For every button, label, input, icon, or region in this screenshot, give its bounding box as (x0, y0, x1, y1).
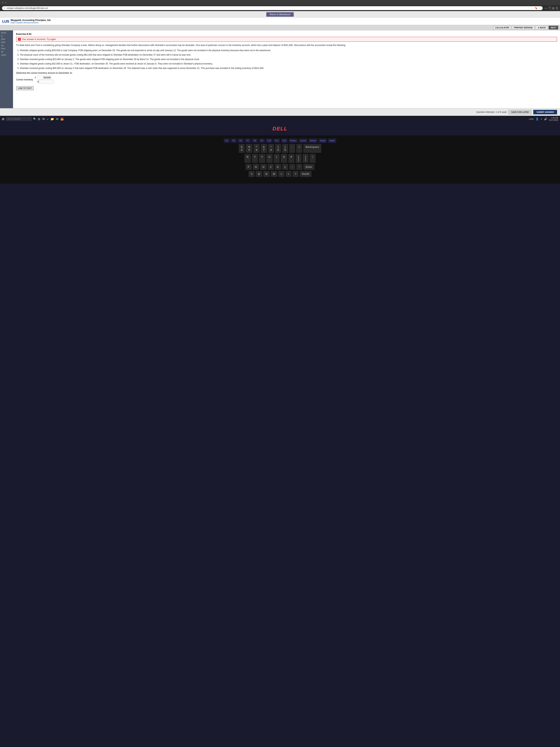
link-to-text-btn[interactable]: LINK TO TEXT (16, 86, 34, 90)
taskbar-links[interactable]: Links (529, 118, 534, 120)
taskbar-caret-icon[interactable]: ∧ (540, 118, 542, 120)
new-tab-btn[interactable]: + (5, 1, 6, 4)
maximize-btn[interactable]: ❐ (548, 6, 551, 10)
submit-answer-btn[interactable]: SUBMIT ANSWER (533, 110, 557, 114)
key-enter[interactable]: Enter (303, 164, 315, 170)
key-f4[interactable]: F4 (224, 138, 230, 143)
dollar-input[interactable] (39, 80, 54, 83)
taskbar-icon-store[interactable]: 🛍 (42, 117, 45, 121)
inventory-input[interactable] (37, 76, 52, 79)
help-link[interactable]: Help (10, 22, 15, 24)
exercise-title: Exercise 6-01 (16, 33, 557, 35)
key-b[interactable]: B (256, 171, 262, 177)
key-slash[interactable]: ? (293, 171, 299, 177)
key-backspace[interactable]: Backspace (303, 144, 321, 153)
key-bracket-open[interactable]: {[ (296, 154, 301, 163)
bookmark-icon[interactable]: 🔖 (535, 7, 538, 9)
sidebar-item-part2[interactable]: (Part (1, 41, 12, 43)
key-insert[interactable]: Insert (299, 138, 308, 143)
search-icon[interactable]: 🔍 (33, 118, 36, 121)
key-o[interactable]: O (281, 154, 287, 163)
key-f[interactable]: F (245, 164, 252, 170)
key-j[interactable]: J (268, 164, 274, 170)
key-8[interactable]: *8 (268, 144, 274, 153)
key-f7[interactable]: F7 (245, 138, 251, 143)
menu-icon[interactable]: ☰ (556, 6, 558, 10)
key-pgup[interactable]: PgUp (319, 138, 327, 143)
star-icon[interactable]: ☆ (539, 7, 541, 9)
keyboard-area: F4 F5 F6 F7 F8 F9 F10 F11 F12 PrtScr Ins… (0, 135, 560, 184)
windows-icon[interactable]: ⊞ (2, 117, 4, 121)
dell-area: DELL (0, 122, 560, 135)
printer-btn[interactable]: PRINTER VERSION (512, 26, 535, 29)
address-bar-dots[interactable]: ··· (532, 7, 534, 9)
taskbar-person-icon[interactable]: 👤 (536, 118, 539, 121)
key-v[interactable]: V (248, 171, 255, 177)
key-prtscr[interactable]: PrtScr (289, 138, 298, 143)
key-5[interactable]: %5 (246, 144, 252, 153)
sidebar-item-part1[interactable]: (Part (1, 38, 12, 40)
taskbar-icon-mail[interactable]: ✉ (56, 117, 58, 121)
key-0[interactable]: )0 (282, 144, 288, 153)
key-9[interactable]: (9 (275, 144, 281, 153)
key-k[interactable]: K (275, 164, 281, 170)
sidebar-item-part3[interactable]: (Part (1, 48, 12, 50)
taskbar-sound-icon[interactable]: 🔊 (544, 118, 547, 121)
key-comma[interactable]: < (278, 171, 284, 177)
taskbar-icon-firefox[interactable]: 🦊 (60, 117, 64, 121)
key-delete[interactable]: Delete (309, 138, 318, 143)
key-semicolon[interactable]: : (289, 164, 295, 170)
key-quote[interactable]: " (296, 164, 302, 170)
key-h[interactable]: H (260, 164, 266, 170)
key-rshift[interactable]: Rshift (300, 171, 312, 177)
key-f8[interactable]: F8 (252, 138, 258, 143)
key-f12[interactable]: F12 (281, 138, 288, 143)
key-y[interactable]: Y (259, 154, 265, 163)
key-u[interactable]: U (266, 154, 273, 163)
return-blackboard-btn[interactable]: Return to Blackboard (266, 12, 294, 17)
key-bracket-close[interactable]: }] (302, 154, 309, 163)
sidebar-item-eo[interactable]: eo) (1, 45, 12, 47)
tab-close-btn[interactable]: × (2, 1, 3, 4)
secure-icon: ① (4, 7, 6, 9)
sidebar-item-session[interactable]: ssion) (1, 54, 12, 56)
key-7[interactable]: &7 (261, 144, 267, 153)
address-bar[interactable]: ① edugen.wileyplus.com/edugen/lti/main.u… (2, 6, 543, 10)
back-btn[interactable]: ◄ BACK (535, 26, 548, 29)
taskbar-icon-edge[interactable]: ℯ (47, 117, 49, 121)
key-l[interactable]: L (282, 164, 288, 170)
list-item: Sheridan shipped goods costing $32,000 t… (20, 62, 557, 66)
sidebar-item-a3[interactable]: a3 (1, 51, 12, 53)
next-btn[interactable]: NEXT (549, 26, 558, 29)
taskbar-search-input[interactable] (6, 117, 32, 121)
taskbar-icon-grid[interactable]: ⊞ (38, 117, 40, 121)
calculator-btn[interactable]: CALCULATOR (493, 26, 511, 29)
key-f10[interactable]: F10 (266, 138, 272, 143)
key-4[interactable]: $4 (239, 144, 245, 153)
key-equals[interactable]: = (296, 144, 302, 153)
key-f6[interactable]: F6 (238, 138, 244, 143)
minimize-btn[interactable]: — (544, 6, 547, 10)
sidebar-item-rces[interactable]: RCES (1, 32, 12, 34)
key-6[interactable]: ^6 (254, 144, 260, 153)
extensions-icon[interactable]: ⊞ (552, 6, 555, 10)
key-i[interactable]: I (274, 154, 279, 163)
key-p[interactable]: P (288, 154, 294, 163)
key-f5[interactable]: F5 (231, 138, 237, 143)
keyboard-row-fghj: F G H J K L : " Enter (4, 164, 556, 170)
key-n[interactable]: N (263, 171, 270, 177)
key-period[interactable]: > (286, 171, 292, 177)
key-backslash[interactable]: \ (310, 154, 316, 163)
save-for-later-btn[interactable]: SAVE FOR LATER (508, 110, 532, 114)
key-f9[interactable]: F9 (259, 138, 265, 143)
key-f11[interactable]: F11 (273, 138, 280, 143)
taskbar-icon-folder[interactable]: 📁 (50, 117, 54, 121)
key-minus[interactable]: - (289, 144, 295, 153)
key-g[interactable]: G (253, 164, 259, 170)
key-pgdn[interactable]: PgDn (328, 138, 336, 143)
announcements-link[interactable]: System Announcements (17, 22, 38, 24)
key-r[interactable]: R (244, 154, 251, 163)
sidebar-item-rk[interactable]: rk (1, 35, 12, 37)
key-m[interactable]: M (271, 171, 277, 177)
key-t[interactable]: T (252, 154, 258, 163)
